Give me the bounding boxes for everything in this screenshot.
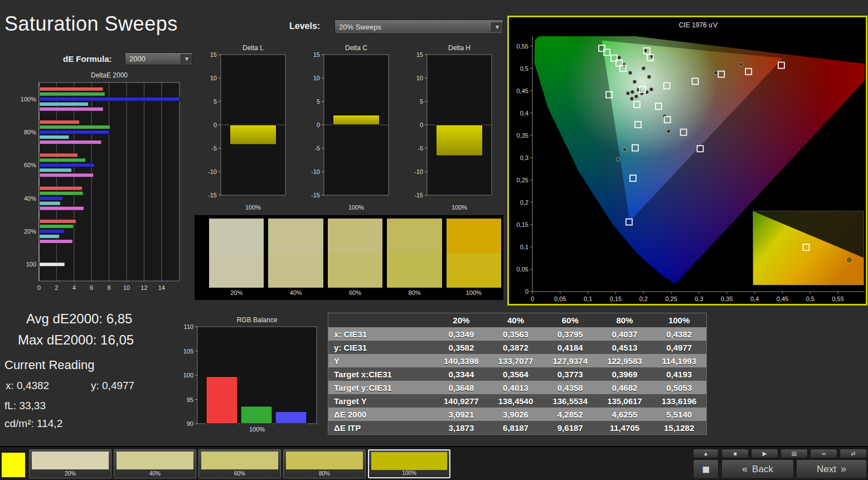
infinity-icon: ∞ xyxy=(822,450,826,457)
svg-text:-5: -5 xyxy=(211,145,217,152)
pattern-swatch-color xyxy=(32,452,109,469)
pattern-swatch-80%[interactable]: 80% xyxy=(283,449,366,478)
svg-text:80%: 80% xyxy=(24,129,36,135)
svg-text:5: 5 xyxy=(214,98,217,105)
delta-h-chart: Delta H151050-5-10-15100% xyxy=(410,43,495,214)
corner-color-swatch xyxy=(2,453,25,477)
svg-text:0,3: 0,3 xyxy=(695,295,703,302)
de-formula-value: 2000 xyxy=(129,55,146,63)
svg-text:0,15: 0,15 xyxy=(610,295,622,302)
svg-text:95: 95 xyxy=(187,396,193,403)
pattern-swatch-20%[interactable]: 20% xyxy=(29,449,111,478)
table-cell: 133,7077 xyxy=(488,356,543,366)
cie-panel: 000,050,050,10,10,150,150,20,20,250,250,… xyxy=(507,16,867,306)
swatch-column-60%: 60% xyxy=(328,219,382,300)
pattern-swatch-60%[interactable]: 60% xyxy=(198,449,281,478)
svg-text:-10: -10 xyxy=(311,168,320,175)
svg-text:0,5: 0,5 xyxy=(806,295,814,302)
table-cell: 4,6255 xyxy=(598,410,652,419)
pattern-window-button[interactable]: ◼ xyxy=(693,459,719,479)
svg-text:0,45: 0,45 xyxy=(517,88,528,94)
table-row: Y140,3398133,7077127,9374122,9583114,199… xyxy=(328,354,706,367)
target-swatch xyxy=(209,253,264,288)
svg-text:100%: 100% xyxy=(249,426,265,433)
table-column-header: 20% xyxy=(434,316,488,325)
de-formula-dropdown[interactable]: 2000 ▼ xyxy=(125,52,193,65)
svg-text:20%: 20% xyxy=(24,228,36,235)
table-row: Target y:CIE310,36480,40130,43580,46820,… xyxy=(328,381,706,394)
svg-text:0,1: 0,1 xyxy=(584,295,592,302)
pattern-up-button[interactable]: ▲ xyxy=(693,449,719,458)
table-row-label: x: CIE31 xyxy=(328,329,434,339)
table-cell: 0,4184 xyxy=(543,343,598,352)
back-button[interactable]: « Back xyxy=(721,459,794,479)
current-fl: fL: 33,33 xyxy=(4,400,46,412)
svg-text:0,5: 0,5 xyxy=(520,65,528,72)
stop-icon: ■ xyxy=(733,450,736,457)
delta-l-chart: Delta L151050-5-10-15100% xyxy=(204,43,289,214)
play-button[interactable]: ▶ xyxy=(751,449,778,458)
table-cell: 0,3349 xyxy=(434,329,488,339)
levels-label: Levels: xyxy=(289,21,320,31)
table-cell: 0,3969 xyxy=(598,370,652,379)
chevron-down-icon: ▼ xyxy=(181,54,192,64)
svg-text:100: 100 xyxy=(183,372,193,379)
svg-text:Delta C: Delta C xyxy=(345,44,367,52)
rgb-balance-chart: RGB Balance1101051009590100% xyxy=(181,316,321,435)
table-cell: 0,4382 xyxy=(652,329,706,339)
svg-text:-15: -15 xyxy=(311,192,320,198)
svg-text:0,2: 0,2 xyxy=(639,295,648,302)
svg-text:0,1: 0,1 xyxy=(520,244,528,250)
svg-text:10: 10 xyxy=(210,75,217,81)
svg-text:0,15: 0,15 xyxy=(517,221,528,228)
table-cell: 0,3872 xyxy=(488,343,543,352)
svg-text:0: 0 xyxy=(317,122,320,128)
table-cell: 3,1873 xyxy=(434,423,488,433)
svg-text:0,4: 0,4 xyxy=(520,110,528,117)
table-row: y: CIE310,35820,38720,41840,45130,4977 xyxy=(328,341,706,354)
svg-text:15: 15 xyxy=(210,51,217,58)
pattern-swatch-label: 40% xyxy=(114,471,196,477)
save-button[interactable]: ▤ xyxy=(780,449,808,458)
table-column-header: 60% xyxy=(543,316,598,325)
table-column-header: 100% xyxy=(652,316,706,325)
svg-text:10: 10 xyxy=(123,284,130,291)
table-cell: 0,4358 xyxy=(543,383,598,392)
current-cdm2: cd/m²: 114,2 xyxy=(4,418,62,430)
svg-text:0: 0 xyxy=(420,122,423,128)
svg-text:0,35: 0,35 xyxy=(517,132,528,139)
svg-text:-5: -5 xyxy=(418,145,423,152)
svg-text:5: 5 xyxy=(420,98,423,105)
svg-text:0: 0 xyxy=(214,122,217,128)
pattern-swatch-100%[interactable]: 100% xyxy=(368,449,450,478)
swatch-column-20%: 20% xyxy=(209,219,264,300)
target-swatch xyxy=(268,253,323,288)
page-title: Saturation Sweeps xyxy=(4,12,178,36)
swatch-level-label: 40% xyxy=(268,289,323,296)
target-swatch xyxy=(387,253,442,288)
stop-button[interactable]: ■ xyxy=(721,449,749,458)
actual-swatch xyxy=(268,219,323,253)
table-cell: 9,6187 xyxy=(543,423,598,433)
table-cell: 11,4705 xyxy=(598,423,652,433)
svg-text:0,55: 0,55 xyxy=(517,43,528,50)
swatch-level-label: 60% xyxy=(328,289,382,296)
chevron-down-icon: ▼ xyxy=(491,22,503,32)
current-y: y: 0,4977 xyxy=(91,380,134,392)
max-de2000: Max dE2000: 16,05 xyxy=(18,332,134,348)
pattern-swatch-40%[interactable]: 40% xyxy=(114,449,196,478)
table-column-header: 80% xyxy=(598,316,652,325)
next-button[interactable]: Next » xyxy=(796,459,867,479)
shuffle-button[interactable]: ⇄ xyxy=(840,449,867,458)
next-chevron-icon: » xyxy=(841,463,846,475)
svg-text:100%: 100% xyxy=(21,96,36,103)
de-formula-label: dE Formula: xyxy=(63,54,112,64)
svg-text:0,35: 0,35 xyxy=(721,295,733,302)
loop-button[interactable]: ∞ xyxy=(810,449,837,458)
svg-text:0,45: 0,45 xyxy=(777,295,788,302)
svg-text:110: 110 xyxy=(183,323,193,330)
table-cell: 140,3398 xyxy=(434,356,488,366)
table-cell: 122,9583 xyxy=(598,356,652,366)
levels-dropdown[interactable]: 20% Sweeps ▼ xyxy=(334,20,503,34)
table-cell: 0,4977 xyxy=(652,343,706,352)
